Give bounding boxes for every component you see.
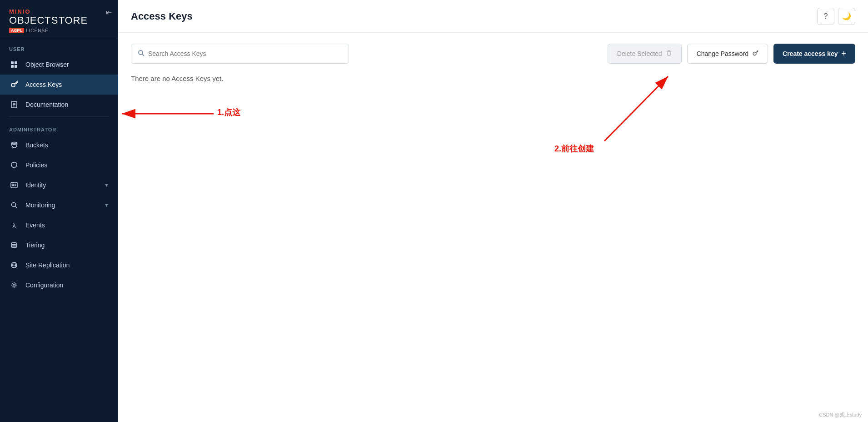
sidebar-item-access-keys[interactable]: Access Keys [0, 75, 118, 95]
svg-point-25 [139, 50, 143, 55]
main-header: Access Keys ? 🌙 [118, 0, 868, 33]
license-label: LICENSE [26, 28, 49, 33]
svg-line-26 [142, 54, 144, 56]
agpl-badge: AGPL [9, 28, 24, 33]
doc-icon [9, 100, 19, 110]
sidebar-item-documentation[interactable]: Documentation [0, 95, 118, 115]
buckets-label: Buckets [25, 141, 48, 149]
collapse-sidebar-button[interactable]: ⇤ [106, 8, 112, 17]
svg-point-4 [11, 83, 15, 87]
configuration-label: Configuration [25, 281, 63, 289]
svg-point-31 [753, 52, 756, 55]
sidebar-logo: ⇤ MINIO OBJECTSTORE AGPL LICENSE [0, 0, 118, 38]
brand-name: MINIO [9, 8, 31, 15]
license-badge: AGPL LICENSE [9, 28, 49, 33]
change-password-button[interactable]: Change Password [687, 44, 768, 64]
grid-icon [9, 60, 19, 70]
replication-icon [9, 260, 19, 270]
sidebar-item-events[interactable]: λ Events [0, 215, 118, 235]
sidebar-item-identity[interactable]: Identity ▼ [0, 175, 118, 195]
sidebar-item-configuration[interactable]: Configuration [0, 275, 118, 295]
lambda-icon: λ [9, 220, 19, 230]
search-icon [138, 50, 145, 58]
admin-section-label: Administrator [0, 119, 118, 135]
documentation-label: Documentation [25, 101, 68, 108]
svg-line-17 [15, 206, 17, 208]
sidebar-item-site-replication[interactable]: Site Replication [0, 255, 118, 275]
svg-point-15 [12, 184, 14, 186]
svg-rect-3 [15, 65, 17, 68]
product-name: OBJECTSTORE [9, 15, 88, 26]
change-password-label: Change Password [697, 50, 748, 57]
main-content: Access Keys ? 🌙 Delete Selected Cha [118, 0, 868, 422]
empty-message: There are no Access Keys yet. [131, 73, 855, 84]
svg-rect-27 [668, 51, 670, 55]
monitoring-label: Monitoring [25, 201, 55, 209]
watermark: CSDN @观止study [819, 412, 862, 418]
sidebar-divider-1 [9, 116, 109, 117]
svg-line-7 [16, 83, 17, 84]
content-area: Delete Selected Change Password Create a… [118, 33, 868, 422]
svg-point-24 [13, 284, 15, 286]
create-key-label: Create access key [783, 50, 838, 57]
sidebar-item-buckets[interactable]: Buckets [0, 135, 118, 155]
help-button[interactable]: ? [817, 8, 834, 25]
sidebar: ⇤ MINIO OBJECTSTORE AGPL LICENSE User Ob… [0, 0, 118, 422]
search-box [131, 44, 349, 64]
toolbar: Delete Selected Change Password Create a… [131, 44, 855, 64]
object-browser-label: Object Browser [25, 61, 69, 68]
page-title: Access Keys [131, 10, 193, 22]
plus-icon: + [841, 49, 846, 59]
identity-chevron-icon: ▼ [104, 182, 109, 188]
gear-icon [9, 280, 19, 290]
tiering-label: Tiering [25, 241, 45, 249]
sidebar-item-object-browser[interactable]: Object Browser [0, 55, 118, 75]
bucket-icon [9, 140, 19, 150]
create-access-key-button[interactable]: Create access key + [773, 44, 855, 64]
svg-line-34 [757, 52, 758, 53]
monitoring-chevron-icon: ▼ [104, 202, 109, 208]
identity-label: Identity [25, 181, 46, 189]
delete-selected-label: Delete Selected [617, 50, 662, 57]
svg-point-20 [11, 246, 17, 248]
trash-icon [666, 50, 672, 58]
sidebar-item-policies[interactable]: Policies [0, 155, 118, 175]
header-actions: ? 🌙 [817, 8, 855, 25]
svg-rect-0 [11, 61, 14, 64]
key-icon [9, 80, 19, 90]
svg-point-16 [12, 203, 16, 207]
policies-label: Policies [25, 161, 47, 169]
tiering-icon [9, 240, 19, 250]
key-small-icon [752, 50, 758, 58]
user-section-label: User [0, 38, 118, 55]
sidebar-item-tiering[interactable]: Tiering [0, 235, 118, 255]
svg-rect-2 [11, 65, 14, 68]
access-keys-nav-label: Access Keys [25, 81, 62, 88]
site-replication-label: Site Replication [25, 261, 70, 269]
events-label: Events [25, 221, 45, 229]
monitoring-icon [9, 200, 19, 210]
svg-line-6 [17, 82, 18, 83]
sidebar-item-monitoring[interactable]: Monitoring ▼ [0, 195, 118, 215]
svg-line-33 [758, 51, 758, 52]
identity-icon [9, 180, 19, 190]
theme-toggle-button[interactable]: 🌙 [838, 8, 855, 25]
shield-icon [9, 160, 19, 170]
search-input[interactable] [148, 50, 342, 57]
svg-rect-1 [15, 61, 17, 64]
delete-selected-button[interactable]: Delete Selected [608, 44, 682, 64]
